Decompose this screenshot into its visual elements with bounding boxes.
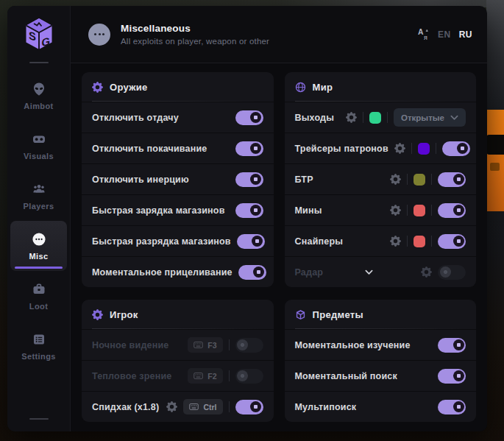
section-title: Мир [313, 82, 333, 93]
control-divider [436, 143, 436, 154]
sidebar-item-visuals[interactable]: Visuals [10, 121, 67, 171]
players-icon [32, 182, 46, 197]
setting-label: Тепловое зрение [92, 371, 172, 381]
sidebar-divider [29, 62, 49, 63]
toggle[interactable] [235, 141, 263, 156]
sidebar-item-label: Players [24, 202, 54, 211]
dropdown[interactable]: Открытые [394, 108, 466, 127]
chevron-down-icon[interactable] [364, 267, 374, 277]
row-controls: Ctrl [166, 399, 263, 414]
toggle[interactable] [438, 234, 466, 249]
toggle[interactable] [438, 400, 466, 414]
language-switcher: A я EN RU [417, 28, 472, 40]
color-swatch[interactable] [369, 112, 381, 124]
sidebar-item-loot[interactable]: Loot [10, 271, 67, 321]
section-header-line: Оружие [92, 82, 263, 93]
toggle[interactable] [235, 400, 263, 414]
keybind-badge[interactable]: F2 [188, 368, 222, 384]
control-divider [407, 205, 408, 216]
keybind-badge[interactable]: F3 [188, 337, 222, 353]
setting-label: Быстрая зарядка магазинов [92, 205, 225, 216]
section-card: ПредметыМоментальное изучениеМоментальны… [285, 300, 477, 422]
section-card: ОружиеОтключить отдачуОтключить покачива… [82, 72, 274, 287]
setting-label: БТР [295, 174, 313, 185]
toggle[interactable] [238, 265, 266, 280]
row-controls [237, 234, 265, 249]
color-swatch[interactable] [414, 205, 425, 216]
row-controls: F3 [188, 337, 263, 353]
toggle[interactable] [438, 338, 466, 353]
toggle[interactable] [442, 141, 470, 156]
toggle[interactable] [235, 203, 263, 218]
setting-row: ВыходыОткрытые [285, 102, 477, 133]
row-controls [390, 172, 466, 187]
setting-label: Моментальный поиск [295, 371, 397, 381]
ellipsis-icon [32, 232, 46, 247]
toggle[interactable] [438, 265, 466, 280]
setting-label: Выходы [295, 113, 335, 123]
toggle[interactable] [235, 338, 263, 353]
control-divider [229, 401, 230, 412]
row-controls [438, 400, 466, 414]
language-option-ru[interactable]: RU [459, 29, 472, 40]
section-header: Игрок [82, 300, 274, 329]
gear-icon[interactable] [390, 205, 401, 216]
gear-icon[interactable] [421, 267, 432, 278]
control-divider [387, 112, 388, 123]
sidebar-item-settings[interactable]: Settings [10, 321, 67, 371]
sidebar-item-misc[interactable]: Misc [10, 221, 67, 271]
background-orange-notch [486, 135, 504, 155]
gear-icon[interactable] [390, 236, 401, 247]
color-swatch[interactable] [414, 174, 425, 186]
sidebar-item-label: Settings [21, 352, 56, 361]
control-divider [431, 236, 432, 247]
toggle[interactable] [438, 172, 466, 187]
page-subtitle: All exploits on player, weapon or other [121, 37, 269, 46]
setting-row: Отключить инерцию [82, 163, 274, 194]
keyboard-icon [194, 372, 203, 381]
setting-label: Отключить инерцию [92, 174, 189, 185]
color-swatch[interactable] [414, 236, 425, 247]
sidebar: S G AimbotVisualsPlayersMiscLootSettings [7, 6, 71, 431]
setting-label: Быстрая разрядка магазинов [92, 236, 231, 247]
section-title: Предметы [313, 309, 363, 320]
setting-label: Моментальное изучение [295, 340, 411, 350]
section-title: Оружие [110, 82, 148, 93]
color-swatch[interactable] [418, 143, 430, 155]
language-option-en[interactable]: EN [438, 29, 451, 40]
setting-row: Мины [285, 194, 477, 225]
sidebar-item-aimbot[interactable]: Aimbot [10, 71, 67, 121]
gear-icon[interactable] [346, 112, 357, 123]
control-divider [229, 370, 230, 381]
row-controls [235, 110, 263, 125]
row-controls [235, 172, 263, 187]
keybind-label: F2 [207, 372, 216, 381]
sidebar-footer-divider [29, 418, 49, 420]
globe-icon [295, 82, 306, 93]
setting-label: Моментальное прицеливание [92, 267, 233, 278]
row-controls [438, 338, 466, 353]
setting-row: Моментальный поиск [285, 360, 477, 391]
sidebar-nav: AimbotVisualsPlayersMiscLootSettings [7, 71, 70, 371]
setting-row: Спидхак (x1.8)Ctrl [82, 391, 274, 422]
gear-icon[interactable] [166, 401, 177, 412]
sidebar-item-players[interactable]: Players [10, 171, 67, 221]
toggle[interactable] [235, 110, 263, 125]
gear-icon[interactable] [394, 143, 405, 154]
toggle[interactable] [438, 369, 466, 384]
setting-row: БТР [285, 163, 477, 194]
row-controls [421, 265, 466, 280]
toggle[interactable] [235, 172, 263, 187]
goggles-icon [32, 132, 46, 147]
toggle[interactable] [237, 234, 265, 249]
cheat-menu-window: S G AimbotVisualsPlayersMiscLootSettings… [7, 6, 487, 431]
setting-row: Радар [285, 256, 477, 287]
setting-label: Снайперы [295, 236, 344, 247]
sg-logo: S G [24, 17, 54, 54]
gear-icon[interactable] [390, 174, 401, 185]
section-card: ИгрокНочное видениеF3Тепловое зрениеF2Сп… [82, 300, 274, 422]
keybind-badge[interactable]: Ctrl [183, 399, 222, 414]
toggle[interactable] [235, 369, 263, 384]
toggle[interactable] [438, 203, 466, 218]
section-title: Игрок [110, 309, 138, 320]
